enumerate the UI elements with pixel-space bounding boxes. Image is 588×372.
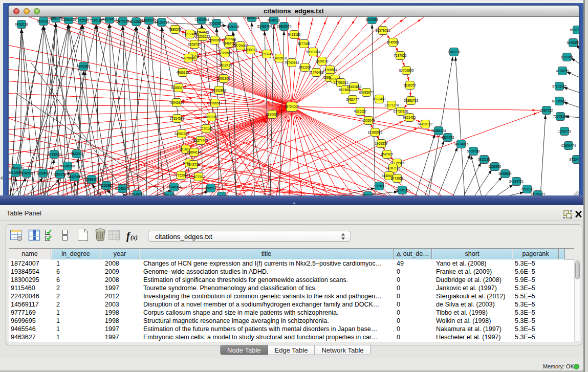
- svg-text:8148932: 8148932: [268, 18, 280, 21]
- svg-text:51850671: 51850671: [171, 85, 186, 89]
- svg-text:2421024: 2421024: [299, 65, 312, 69]
- svg-text:9600133: 9600133: [37, 19, 50, 23]
- svg-text:76945314: 76945314: [169, 100, 184, 104]
- svg-text:55698169: 55698169: [84, 177, 99, 181]
- svg-text:1326773: 1326773: [558, 129, 571, 133]
- svg-text:1491905: 1491905: [217, 76, 230, 80]
- svg-text:1745961: 1745961: [387, 40, 400, 43]
- svg-text:1969379: 1969379: [375, 141, 388, 145]
- svg-text:6998543: 6998543: [499, 171, 512, 175]
- svg-text:7187026: 7187026: [394, 53, 407, 57]
- svg-text:65787133: 65787133: [570, 28, 579, 31]
- svg-text:67010651: 67010651: [552, 99, 567, 102]
- svg-text:9743953: 9743953: [391, 176, 404, 180]
- svg-text:1671902: 1671902: [192, 174, 205, 178]
- svg-text:4896383: 4896383: [77, 64, 90, 68]
- svg-text:76320163: 76320163: [395, 188, 410, 191]
- svg-text:9821465: 9821465: [403, 115, 416, 119]
- svg-text:0812191: 0812191: [478, 157, 491, 161]
- svg-text:13171274: 13171274: [384, 103, 399, 106]
- svg-text:7193745: 7193745: [260, 52, 273, 55]
- svg-text:(x): (x): [130, 234, 138, 241]
- svg-text:3158692: 3158692: [37, 171, 50, 174]
- svg-text:79740344: 79740344: [285, 60, 299, 64]
- svg-text:8677496: 8677496: [298, 41, 311, 45]
- svg-text:55886753: 55886753: [404, 98, 419, 102]
- svg-text:2260256: 2260256: [54, 172, 67, 176]
- svg-text:34624751: 34624751: [509, 179, 524, 183]
- svg-text:02606474: 02606474: [561, 143, 576, 147]
- svg-text:9413186: 9413186: [288, 32, 301, 36]
- svg-text:1226916: 1226916: [227, 25, 239, 28]
- svg-text:4966319: 4966319: [177, 70, 189, 74]
- svg-text:27354549: 27354549: [170, 116, 185, 120]
- svg-text:53755646: 53755646: [181, 56, 196, 59]
- svg-text:97848018: 97848018: [245, 17, 259, 19]
- svg-text:62386922: 62386922: [368, 130, 383, 134]
- svg-text:17080531: 17080531: [218, 51, 233, 54]
- svg-text:7182278: 7182278: [448, 50, 461, 53]
- svg-text:6658760: 6658760: [188, 42, 201, 46]
- svg-text:62702895: 62702895: [399, 68, 414, 72]
- svg-text:37996507: 37996507: [208, 101, 223, 104]
- svg-text:51462704: 51462704: [257, 24, 272, 28]
- svg-text:34957885: 34957885: [175, 132, 189, 135]
- svg-text:1824493: 1824493: [442, 135, 454, 139]
- svg-text:71756551: 71756551: [334, 80, 349, 84]
- svg-text:99091334: 99091334: [306, 50, 321, 53]
- svg-text:7816184: 7816184: [90, 18, 103, 21]
- svg-text:64139537: 64139537: [155, 20, 169, 24]
- svg-text:72423884: 72423884: [194, 17, 209, 21]
- svg-text:54145868: 54145868: [60, 164, 75, 167]
- svg-text:7889579: 7889579: [169, 27, 182, 31]
- svg-text:37631165: 37631165: [552, 84, 567, 87]
- svg-text:34874016: 34874016: [454, 142, 469, 145]
- svg-text:0433218: 0433218: [15, 22, 28, 26]
- svg-text:9912419: 9912419: [220, 63, 232, 67]
- svg-text:4005045: 4005045: [362, 118, 375, 122]
- svg-text:7770143: 7770143: [200, 126, 213, 130]
- svg-text:60385977: 60385977: [359, 90, 374, 94]
- svg-text:02654235: 02654235: [61, 17, 76, 21]
- svg-text:6690967: 6690967: [209, 38, 222, 41]
- svg-text:01429401: 01429401: [68, 174, 82, 178]
- svg-text:2830021: 2830021: [266, 112, 279, 116]
- svg-text:4192832: 4192832: [130, 19, 143, 23]
- svg-text:6204505: 6204505: [20, 171, 33, 174]
- svg-text:15451680: 15451680: [347, 84, 362, 88]
- svg-text:0842710: 0842710: [187, 162, 200, 166]
- svg-text:4060883: 4060883: [100, 183, 113, 187]
- svg-text:0932480: 0932480: [373, 97, 386, 100]
- svg-text:6193990: 6193990: [489, 164, 502, 168]
- svg-text:3482477: 3482477: [346, 97, 359, 101]
- svg-text:87234309: 87234309: [570, 157, 579, 161]
- svg-text:0330923: 0330923: [245, 48, 257, 51]
- svg-text:49894134: 49894134: [187, 150, 202, 154]
- svg-text:73178108: 73178108: [553, 114, 568, 118]
- svg-text:57262849: 57262849: [212, 88, 227, 92]
- svg-text:93103413: 93103413: [102, 17, 117, 20]
- svg-text:5098393: 5098393: [567, 40, 579, 44]
- svg-text:5009788: 5009788: [467, 149, 480, 152]
- svg-text:3387262: 3387262: [540, 108, 553, 112]
- svg-text:2328120: 2328120: [316, 59, 329, 62]
- svg-text:7917693: 7917693: [373, 184, 386, 187]
- svg-text:61595148: 61595148: [115, 186, 130, 190]
- svg-text:98084124: 98084124: [431, 128, 446, 132]
- svg-text:36995777: 36995777: [204, 186, 219, 189]
- svg-text:80831367: 80831367: [204, 115, 219, 118]
- svg-text:71906594: 71906594: [323, 68, 338, 71]
- svg-text:96532871: 96532871: [209, 21, 224, 25]
- svg-text:77752047: 77752047: [174, 173, 189, 177]
- svg-text:86578091: 86578091: [376, 28, 390, 32]
- svg-text:9636057: 9636057: [404, 83, 417, 86]
- svg-text:28809570: 28809570: [277, 24, 292, 28]
- svg-text:29946804: 29946804: [167, 185, 182, 188]
- svg-text:7543303: 7543303: [71, 151, 83, 155]
- svg-text:67737826: 67737826: [394, 109, 408, 113]
- svg-text:74367136: 74367136: [386, 166, 401, 169]
- svg-text:7991183: 7991183: [521, 187, 534, 190]
- svg-text:4216073: 4216073: [48, 152, 61, 156]
- svg-text:13493618: 13493618: [272, 56, 287, 59]
- svg-text:5430391: 5430391: [366, 17, 379, 21]
